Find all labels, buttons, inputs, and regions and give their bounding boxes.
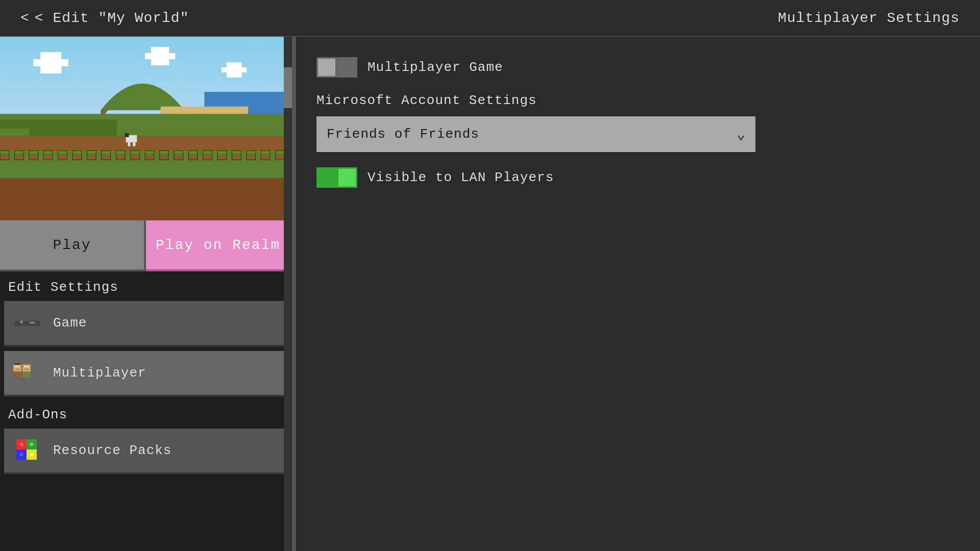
svg-rect-17 [27,366,29,367]
scrollbar-thumb[interactable] [284,67,292,108]
svg-rect-4 [31,321,33,323]
settings-game-label: Game [53,315,87,331]
settings-multiplayer-label: Multiplayer [53,365,146,381]
svg-rect-12 [15,369,19,370]
settings-item-resource-packs[interactable]: Resource Packs [4,429,288,474]
game-icon [12,308,43,338]
play-button[interactable]: Play [0,220,146,271]
svg-rect-13 [22,364,31,371]
svg-rect-24 [30,443,33,446]
lan-players-toggle-knob [338,169,356,186]
svg-rect-18 [24,369,29,370]
svg-rect-25 [20,453,23,456]
resource-packs-icon [12,435,43,466]
svg-rect-6 [33,322,35,323]
multiplayer-game-toggle[interactable] [316,57,357,78]
svg-rect-11 [18,366,19,367]
lan-players-label: Visible to LAN Players [368,170,554,185]
multiplayer-icon [12,358,43,388]
settings-item-game[interactable]: Game [4,301,288,347]
settings-resource-packs-label: Resource Packs [53,443,172,458]
friends-dropdown[interactable]: Friends of Friends ⌄ [316,116,755,152]
svg-rect-7 [13,364,21,371]
svg-rect-9 [13,371,21,378]
right-panel: Multiplayer Game Microsoft Account Setti… [296,37,980,551]
back-chevron-icon: < [20,10,30,26]
svg-rect-26 [30,453,33,456]
lan-players-row: Visible to LAN Players [316,167,960,188]
scrollbar[interactable] [284,37,292,551]
lan-players-toggle[interactable] [316,167,357,188]
header-title: Multiplayer Settings [778,10,960,26]
dropdown-chevron-icon: ⌄ [737,126,745,143]
multiplayer-game-label: Multiplayer Game [368,60,503,75]
svg-rect-8 [14,363,20,365]
world-preview [0,37,292,220]
settings-item-multiplayer[interactable]: Multiplayer [4,351,288,397]
edit-settings-label: Edit Settings [0,271,292,299]
addons-label: Add-Ons [0,399,292,427]
svg-rect-14 [23,363,30,365]
play-on-realm-button[interactable]: Play on Realm [146,220,292,271]
svg-rect-1 [15,321,40,326]
microsoft-account-settings-label: Microsoft Account Settings [316,93,960,108]
multiplayer-game-toggle-knob [318,59,335,76]
svg-rect-16 [24,366,26,367]
multiplayer-game-row: Multiplayer Game [316,57,960,78]
back-button[interactable]: < < Edit "My World" [20,10,189,26]
svg-rect-10 [15,366,17,367]
svg-rect-5 [29,322,31,323]
svg-rect-23 [20,443,23,446]
friends-dropdown-value: Friends of Friends [327,127,479,142]
back-label: < Edit "My World" [35,10,189,26]
svg-rect-3 [21,320,22,323]
svg-rect-15 [22,371,31,378]
